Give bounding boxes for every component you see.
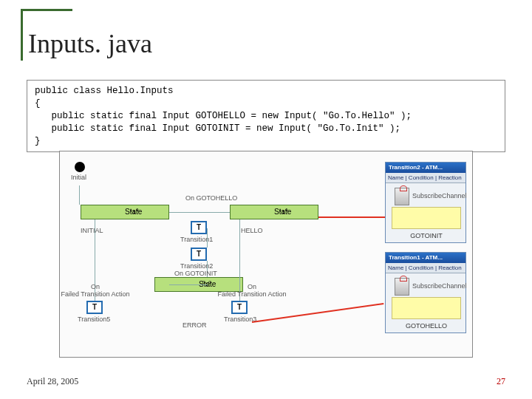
code-block: public class Hello.Inputs { public stati…: [27, 80, 505, 152]
transition-label-1: Transition1: [180, 236, 213, 243]
slide-title: Inputs. java: [28, 28, 158, 59]
state-caret: ¹₁⁰: [125, 205, 139, 219]
panel-sub-label: SubscribeChannel: [412, 282, 467, 290]
state-label-hello: HELLO: [241, 227, 263, 234]
initial-state-dot: [75, 162, 85, 172]
footer-page-number: 27: [497, 376, 505, 387]
connector-line: [169, 212, 230, 213]
panel-sub-label: SubscribeChannel: [412, 192, 467, 200]
state-caret: ¹₁⁰: [274, 205, 288, 219]
transition-box-3: T: [231, 301, 248, 314]
panel-tabs: Name | Condition | Reaction: [386, 173, 466, 183]
sticky-note-icon: [392, 207, 461, 229]
antenna-icon: [395, 278, 409, 296]
footer-date: April 28, 2005: [27, 376, 78, 387]
panel-label: GOTOHELLO: [386, 322, 467, 330]
transition-box-2: T: [191, 248, 207, 261]
state-box-initial: State ¹₁⁰: [81, 205, 169, 219]
panel-titlebar: Transition2 - ATM...: [386, 163, 466, 173]
edge-label-gotohello: On GOTOHELLO: [185, 194, 237, 202]
callout-arrow-2: [252, 303, 384, 323]
property-panel-2: Transition1 - ATM... Name | Condition | …: [385, 252, 466, 333]
connector-line: [169, 284, 208, 285]
panel-label: GOTOINIT: [386, 232, 467, 239]
transition-box-5: T: [86, 301, 103, 314]
edge-label-failed-1: On Failed Transition Action: [58, 283, 132, 298]
edge-label-gotoinit: On GOTOINIT: [174, 270, 217, 277]
state-diagram: Initial State ¹₁⁰ INITIAL State ¹₁⁰ HELL…: [59, 151, 473, 358]
connector-line: [207, 228, 208, 248]
property-panel-1: Transition2 - ATM... Name | Condition | …: [385, 162, 466, 243]
state-label-error: ERROR: [183, 321, 207, 329]
sticky-note-icon: [392, 297, 461, 319]
connector-line: [79, 185, 80, 205]
antenna-icon: [395, 188, 409, 205]
callout-arrow-1: [318, 216, 385, 218]
transition-label-5: Transition5: [78, 316, 110, 323]
initial-state-label: Initial: [71, 174, 86, 181]
panel-titlebar: Transition1 - ATM...: [386, 253, 466, 263]
state-label-initial: INITIAL: [81, 227, 103, 234]
panel-tabs: Name | Condition | Reaction: [386, 263, 466, 273]
edge-label-failed-2: On Failed Transition Action: [215, 283, 289, 298]
state-box-hello: State ¹₁⁰: [230, 205, 318, 219]
transition-label-2: Transition2: [180, 262, 213, 270]
transition-box-1: T: [191, 221, 207, 234]
